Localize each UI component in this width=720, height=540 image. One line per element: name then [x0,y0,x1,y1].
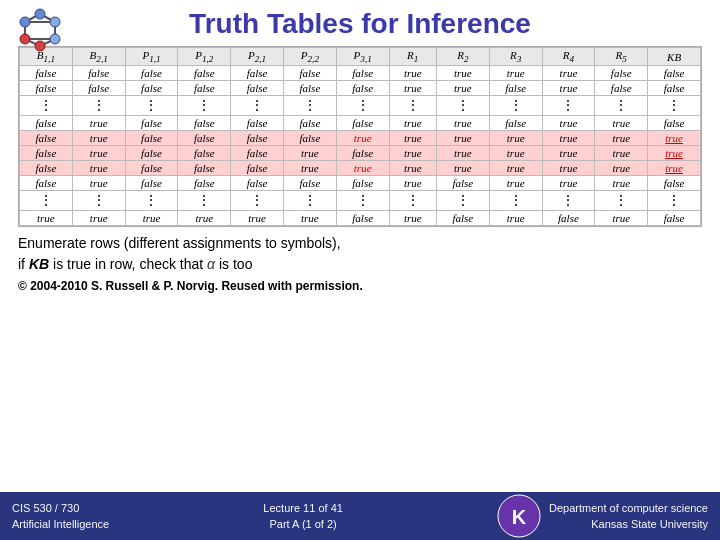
table-cell: ⋮ [648,191,701,211]
table-cell: true [389,131,436,146]
table-cell: false [20,131,73,146]
page-title: Truth Tables for Inference [189,8,531,40]
table-cell: false [178,81,231,96]
table-cell: ⋮ [72,191,125,211]
table-cell: false [648,66,701,81]
description: Enumerate rows (different assignments to… [18,233,702,275]
table-cell: true [283,161,336,176]
svg-point-13 [35,41,45,51]
table-cell: false [648,81,701,96]
table-cell: true [389,116,436,131]
table-cell: false [283,116,336,131]
table-cell: true [489,66,542,81]
table-cell: true [542,116,595,131]
table-cell: true [72,116,125,131]
table-row: falsefalsefalsefalsefalsefalsefalsetruet… [20,81,701,96]
table-cell: true [283,211,336,226]
table-row: falsetruefalsefalsefalsefalsetruetruetru… [20,131,701,146]
table-row: falsetruefalsefalsefalsefalsefalsetruetr… [20,116,701,131]
table-cell: true [489,211,542,226]
copyright: © 2004-2010 S. Russell & P. Norvig. Reus… [18,279,702,293]
table-cell: false [125,146,178,161]
table-cell: false [648,176,701,191]
truth-table-container: B1,1 B2,1 P1,1 P1,2 P2,1 P2,2 P3,1 R1 R2… [18,46,702,227]
table-cell: false [20,146,73,161]
table-cell: ⋮ [72,96,125,116]
col-r5: R5 [595,48,648,66]
table-cell: true [595,161,648,176]
col-r3: R3 [489,48,542,66]
table-cell: true [542,81,595,96]
table-cell: false [178,66,231,81]
table-cell: true [542,176,595,191]
table-cell: true [283,146,336,161]
table-cell: ⋮ [436,191,489,211]
table-cell: false [336,211,389,226]
table-cell: false [125,131,178,146]
table-cell: ⋮ [125,191,178,211]
table-cell: false [436,176,489,191]
table-cell: true [595,176,648,191]
table-cell: true [648,131,701,146]
table-cell: false [178,176,231,191]
table-cell: true [436,131,489,146]
table-cell: true [389,81,436,96]
desc-mid: is true in row, check that [49,256,207,272]
col-p21: P2,1 [231,48,284,66]
table-cell: true [436,81,489,96]
table-cell: ⋮ [542,191,595,211]
footer-part: Part A (1 of 2) [263,516,343,533]
col-r4: R4 [542,48,595,66]
footer-center: Lecture 11 of 41 Part A (1 of 2) [263,500,343,533]
table-cell: true [125,211,178,226]
table-cell: true [336,131,389,146]
table-cell: false [336,146,389,161]
table-cell: false [336,66,389,81]
table-cell: false [72,66,125,81]
ksu-logo: K [497,494,541,538]
table-cell: false [20,81,73,96]
table-cell: false [283,66,336,81]
col-r1: R1 [389,48,436,66]
logo-area [10,4,70,58]
table-cell: ⋮ [489,191,542,211]
table-cell: false [125,116,178,131]
table-cell: ⋮ [542,96,595,116]
col-p22: P2,2 [283,48,336,66]
table-cell: false [20,176,73,191]
table-cell: true [489,176,542,191]
footer-subject: Artificial Intelligence [12,516,109,533]
table-cell: ⋮ [283,96,336,116]
table-cell: true [231,211,284,226]
table-cell: true [542,146,595,161]
table-row: ⋮⋮⋮⋮⋮⋮⋮⋮⋮⋮⋮⋮⋮ [20,96,701,116]
table-cell: ⋮ [178,96,231,116]
table-cell: false [283,81,336,96]
table-cell: true [489,146,542,161]
desc-kb: KB [29,256,49,272]
desc-alpha: α [207,256,215,272]
table-cell: true [72,176,125,191]
table-cell: false [231,146,284,161]
col-p11: P1,1 [125,48,178,66]
table-cell: ⋮ [595,96,648,116]
table-cell: true [436,66,489,81]
svg-point-9 [20,17,30,27]
table-cell: true [336,161,389,176]
table-cell: false [489,116,542,131]
table-cell: ⋮ [20,96,73,116]
table-cell: false [648,211,701,226]
table-row: falsetruefalsefalsefalsetruefalsetruetru… [20,146,701,161]
table-cell: ⋮ [178,191,231,211]
table-cell: true [436,116,489,131]
table-cell: false [231,176,284,191]
header: Truth Tables for Inference [0,0,720,46]
table-cell: false [283,131,336,146]
table-cell: true [72,211,125,226]
table-cell: ⋮ [336,96,389,116]
col-p12: P1,2 [178,48,231,66]
table-row: ⋮⋮⋮⋮⋮⋮⋮⋮⋮⋮⋮⋮⋮ [20,191,701,211]
table-cell: false [231,116,284,131]
table-cell: false [125,161,178,176]
table-cell: false [20,66,73,81]
